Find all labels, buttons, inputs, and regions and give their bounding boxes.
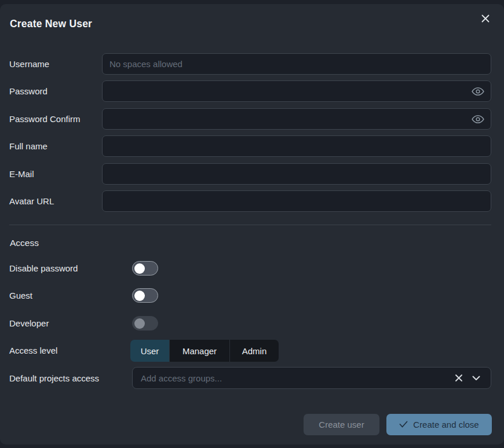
access-level-option-admin[interactable]: Admin: [230, 340, 279, 362]
email-input[interactable]: [102, 163, 491, 185]
access-level-option-manager[interactable]: Manager: [170, 340, 230, 362]
disable-password-toggle[interactable]: [132, 261, 158, 276]
field-row-username: Username: [9, 53, 491, 75]
create-and-close-button[interactable]: Create and close: [386, 414, 492, 435]
field-row-password-confirm: Password Confirm: [9, 108, 491, 130]
avatar-url-input[interactable]: [102, 190, 491, 212]
full-name-label: Full name: [9, 141, 102, 151]
password-label: Password: [9, 86, 102, 96]
expand-dropdown-button[interactable]: [470, 373, 483, 383]
chevron-down-icon: [472, 374, 480, 383]
username-label: Username: [9, 59, 102, 69]
close-icon: [481, 14, 490, 25]
password-confirm-input[interactable]: [102, 108, 491, 130]
full-name-input[interactable]: [102, 135, 491, 157]
field-row-avatar-url: Avatar URL: [9, 190, 491, 212]
developer-toggle: [132, 316, 158, 331]
toggle-knob: [134, 263, 145, 274]
access-section-header: Access: [10, 238, 39, 248]
username-input[interactable]: [102, 53, 491, 75]
dialog-title: Create New User: [10, 18, 92, 30]
create-user-dialog: Create New User Username Password Passwo…: [0, 4, 504, 445]
clear-x-icon: [455, 375, 463, 384]
clear-selection-button[interactable]: [452, 372, 465, 384]
default-projects-multiselect[interactable]: Add access groups...: [132, 367, 491, 389]
reveal-password-button[interactable]: [470, 86, 485, 97]
toggle-knob: [134, 318, 145, 329]
create-and-close-label: Create and close: [413, 420, 479, 429]
field-row-password: Password: [9, 80, 491, 102]
access-level-segmented-control: User Manager Admin: [130, 340, 279, 362]
create-user-button[interactable]: Create user: [304, 414, 379, 435]
field-row-email: E-Mail: [9, 163, 491, 185]
close-button[interactable]: [479, 12, 492, 26]
guest-toggle[interactable]: [132, 288, 158, 303]
checkmark-icon: [399, 420, 408, 429]
access-level-option-user[interactable]: User: [130, 340, 170, 362]
eye-icon: [472, 89, 484, 97]
access-level-row: Access level: [9, 343, 132, 358]
multiselect-placeholder: Add access groups...: [141, 373, 452, 383]
field-row-full-name: Full name: [9, 135, 491, 157]
guest-label: Guest: [9, 291, 132, 300]
disable-password-label: Disable password: [9, 263, 132, 273]
default-projects-row: Default projects access: [9, 371, 132, 385]
access-level-label: Access level: [9, 346, 132, 355]
avatar-url-label: Avatar URL: [9, 196, 102, 206]
password-confirm-label: Password Confirm: [9, 114, 102, 124]
toggle-row-disable-password: Disable password: [9, 261, 158, 276]
default-projects-label: Default projects access: [9, 373, 132, 383]
toggle-knob: [134, 291, 145, 301]
toggle-row-guest: Guest: [9, 288, 158, 303]
password-input[interactable]: [102, 80, 491, 102]
reveal-password-confirm-button[interactable]: [470, 113, 485, 124]
developer-label: Developer: [9, 318, 132, 328]
eye-icon: [472, 116, 484, 125]
section-divider: [9, 225, 491, 225]
email-label: E-Mail: [9, 169, 102, 179]
toggle-row-developer: Developer: [9, 316, 158, 331]
